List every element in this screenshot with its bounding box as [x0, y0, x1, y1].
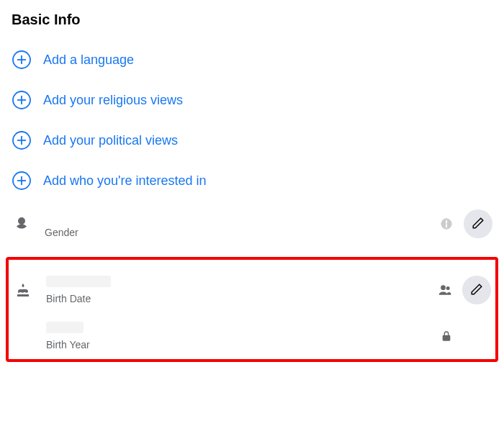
add-interested-in-row[interactable]: Add who you're interested in: [12, 160, 492, 201]
spacer-icon: [13, 335, 33, 337]
globe-icon[interactable]: [439, 217, 454, 231]
plus-circle-icon: [12, 90, 32, 110]
birthday-cake-icon: [13, 281, 33, 299]
plus-circle-icon: [12, 171, 32, 191]
pencil-icon: [472, 217, 485, 232]
edit-gender-button[interactable]: [464, 209, 492, 238]
birth-year-label: Birth Year: [46, 339, 439, 350]
plus-circle-icon: [12, 50, 32, 70]
birth-year-row: Birth Year: [13, 313, 491, 355]
birth-date-value: [46, 276, 438, 289]
birth-date-row: Birth Date: [13, 267, 491, 313]
section-title: Basic Info: [12, 12, 492, 28]
edit-birth-date-button[interactable]: [462, 276, 491, 304]
birth-date-label: Birth Date: [46, 293, 438, 304]
add-language-label: Add a language: [43, 53, 134, 68]
plus-circle-icon: [12, 130, 32, 150]
svg-point-14: [446, 286, 450, 290]
add-religious-views-label: Add your religious views: [43, 93, 183, 108]
gender-icon: [12, 214, 32, 233]
gender-row: Gender: [12, 201, 492, 247]
add-political-views-label: Add your political views: [43, 133, 178, 148]
add-interested-in-label: Add who you're interested in: [43, 173, 207, 189]
svg-point-13: [441, 285, 446, 290]
add-political-views-row[interactable]: Add your political views: [12, 120, 492, 160]
gender-value: [45, 209, 439, 222]
add-religious-views-row[interactable]: Add your religious views: [12, 80, 492, 120]
add-language-row[interactable]: Add a language: [12, 40, 492, 80]
friends-icon[interactable]: [438, 283, 452, 297]
gender-label: Gender: [45, 227, 439, 238]
birth-year-value: [46, 322, 439, 335]
lock-icon[interactable]: [439, 329, 454, 343]
pencil-icon: [470, 283, 483, 298]
highlight-annotation: Birth Date Birth Year: [6, 257, 498, 362]
